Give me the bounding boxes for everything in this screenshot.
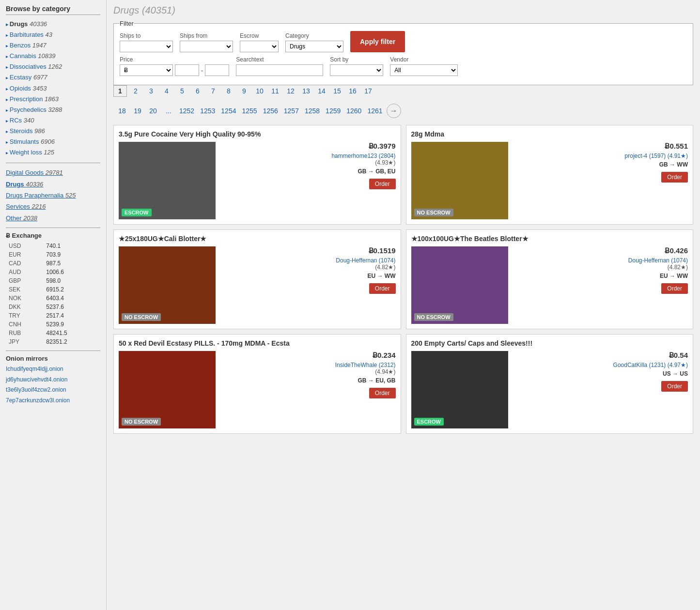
product-card-5: 200 Empty Carts/ Caps and Sleeves!!! ESC… <box>406 334 694 434</box>
product-body-0: ESCROW Ƀ0.3979 hammerhome123 (2804) (4.9… <box>119 142 396 219</box>
sidebar-secondary-digital-goods[interactable]: Digital Goods 29781 <box>6 167 100 178</box>
page-9[interactable]: 9 <box>237 86 251 96</box>
sidebar-item-cannabis[interactable]: Cannabis 10839 <box>6 51 100 61</box>
onion-link[interactable]: 7ep7acrkunzdcw3l.onion <box>6 396 100 406</box>
sidebar-secondary-services[interactable]: Services 2216 <box>6 201 100 212</box>
products-grid: 3.5g Pure Cocaine Very High Quality 90-9… <box>113 125 693 434</box>
category-select[interactable]: Drugs <box>285 41 343 52</box>
page-1254[interactable]: 1254 <box>219 106 238 116</box>
page-13[interactable]: 13 <box>299 86 313 96</box>
escrow-field: Escrow <box>240 32 279 52</box>
escrow-select[interactable] <box>240 41 279 52</box>
order-button-5[interactable]: Order <box>661 381 688 392</box>
sidebar-item-stimulants[interactable]: Stimulants 6906 <box>6 137 100 147</box>
sidebar-secondary-other[interactable]: Other 2038 <box>6 213 100 224</box>
page-12[interactable]: 12 <box>284 86 297 96</box>
sidebar-item-prescription[interactable]: Prescription 1863 <box>6 94 100 105</box>
product-info-4: Ƀ0.234 InsideTheWhale (2312) (4.94★) GB … <box>220 351 396 428</box>
sidebar-item-rcs[interactable]: RCs 340 <box>6 115 100 126</box>
page-19[interactable]: 19 <box>131 106 144 116</box>
page-20[interactable]: 20 <box>146 106 160 116</box>
product-title-5: 200 Empty Carts/ Caps and Sleeves!!! <box>411 339 688 347</box>
page-1[interactable]: 1 <box>113 85 127 97</box>
pagination-row1: 1234567891011121314151617 <box>113 85 693 97</box>
sort-by-label: Sort by <box>330 56 383 63</box>
vendor-select[interactable]: All <box>390 64 458 76</box>
page-15[interactable]: 15 <box>330 86 344 96</box>
sidebar-item-barbiturates[interactable]: Barbiturates 43 <box>6 30 100 40</box>
exchange-row-sek: SEK6915.2 <box>7 286 99 293</box>
ships-from-select[interactable] <box>180 41 233 52</box>
searchtext-input[interactable] <box>236 64 323 76</box>
product-info-3: Ƀ0.426 Doug-Heffernan (1074) (4.82★) EU … <box>513 246 688 324</box>
sidebar-secondary-drugs-paraphernalia[interactable]: Drugs Paraphernalia 525 <box>6 190 100 201</box>
page-6[interactable]: 6 <box>191 86 204 96</box>
product-ships-4: GB → EU, GB <box>220 377 396 384</box>
page-1257[interactable]: 1257 <box>282 106 301 116</box>
apply-filter-button[interactable]: Apply filter <box>350 31 405 52</box>
product-image-2: NO ESCROW <box>119 246 216 324</box>
exchange-table: USD740.1EUR703.9CAD987.5AUD1006.6GBP598.… <box>6 241 100 347</box>
order-button-1[interactable]: Order <box>661 172 688 183</box>
page-11[interactable]: 11 <box>268 86 282 96</box>
order-button-4[interactable]: Order <box>369 388 396 398</box>
exchange-title: Ƀ Exchange <box>6 232 100 239</box>
sidebar-item-opioids[interactable]: Opioids 3453 <box>6 83 100 94</box>
price-currency-select[interactable]: Ƀ <box>120 64 173 76</box>
onion-link[interactable]: jd6yhuwcivehvdt4.onion <box>6 375 100 385</box>
page-3[interactable]: 3 <box>144 86 158 96</box>
onion-link[interactable]: Ichudifyeqm4ldjj.onion <box>6 364 100 375</box>
ships-to-select[interactable] <box>120 41 173 52</box>
page-1255[interactable]: 1255 <box>240 106 259 116</box>
sidebar-item-weight-loss[interactable]: Weight loss 125 <box>6 147 100 158</box>
sidebar-item-psychedelics[interactable]: Psychedelics 3288 <box>6 105 100 115</box>
onion-link[interactable]: t3e6ly3uoif4zcw2.onion <box>6 385 100 396</box>
page-1253[interactable]: 1253 <box>198 106 217 116</box>
price-min-input[interactable] <box>175 64 199 76</box>
price-max-input[interactable] <box>205 64 229 76</box>
page-17[interactable]: 17 <box>361 86 375 96</box>
page-14[interactable]: 14 <box>315 86 328 96</box>
product-body-1: NO ESCROW Ƀ0.551 project-4 (1597) (4.91★… <box>411 142 688 219</box>
price-field: Price Ƀ - <box>120 56 229 76</box>
page-1258[interactable]: 1258 <box>303 106 322 116</box>
secondary-category-list: Digital Goods 29781Drugs 40336Drugs Para… <box>6 167 100 224</box>
page-1260[interactable]: 1260 <box>344 106 363 116</box>
escrow-badge-1: NO ESCROW <box>414 209 453 216</box>
page-18[interactable]: 18 <box>115 106 129 116</box>
product-body-4: NO ESCROW Ƀ0.234 InsideTheWhale (2312) (… <box>119 351 396 428</box>
page-1259[interactable]: 1259 <box>324 106 342 116</box>
product-price-2: Ƀ0.1519 <box>220 246 396 255</box>
price-label: Price <box>120 56 229 63</box>
page-...[interactable]: ... <box>162 106 175 116</box>
sidebar-item-drugs[interactable]: Drugs 40336 <box>6 19 100 30</box>
page-1252[interactable]: 1252 <box>177 106 196 116</box>
page-2[interactable]: 2 <box>129 86 142 96</box>
product-card-3: ★100x100UG★The Beatles Blotter★ NO ESCRO… <box>406 229 694 329</box>
page-1256[interactable]: 1256 <box>261 106 280 116</box>
ships-from-label: Ships from <box>180 32 233 39</box>
filter-section: Filter Ships to Ships from Escrow Catego… <box>113 20 693 85</box>
sidebar-item-ecstasy[interactable]: Ecstasy 6977 <box>6 72 100 83</box>
order-button-3[interactable]: Order <box>661 283 688 294</box>
page-5[interactable]: 5 <box>175 86 189 96</box>
exchange-row-jpy: JPY82351.2 <box>7 338 99 346</box>
page-10[interactable]: 10 <box>253 86 266 96</box>
sidebar-secondary-drugs[interactable]: Drugs 40336 <box>6 179 100 190</box>
page-4[interactable]: 4 <box>160 86 173 96</box>
product-vendor-3: Doug-Heffernan (1074) <box>513 257 688 264</box>
product-price-1: Ƀ0.551 <box>513 142 688 151</box>
sidebar-divider3 <box>6 351 100 351</box>
page-16[interactable]: 16 <box>346 86 359 96</box>
page-7[interactable]: 7 <box>206 86 220 96</box>
order-button-2[interactable]: Order <box>369 283 396 294</box>
product-title-3: ★100x100UG★The Beatles Blotter★ <box>411 235 688 243</box>
order-button-0[interactable]: Order <box>369 179 396 189</box>
sidebar-item-benzos[interactable]: Benzos 1947 <box>6 40 100 51</box>
page-1261[interactable]: 1261 <box>365 106 384 116</box>
sidebar-item-dissociatives[interactable]: Dissociatives 1262 <box>6 61 100 72</box>
page-8[interactable]: 8 <box>222 86 235 96</box>
sidebar-item-steroids[interactable]: Steroids 986 <box>6 126 100 137</box>
next-page-arrow[interactable]: → <box>387 104 401 118</box>
sort-by-select[interactable] <box>330 64 383 76</box>
